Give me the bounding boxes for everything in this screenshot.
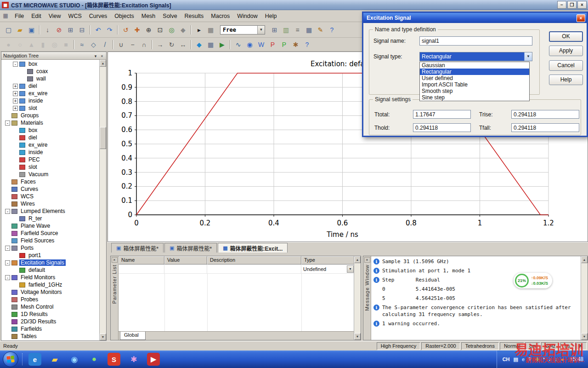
menu-edit[interactable]: Edit xyxy=(28,11,45,21)
help-button[interactable]: Help xyxy=(549,75,583,85)
perspective-icon[interactable]: ◆ xyxy=(177,24,189,35)
tree-item-inside[interactable]: inside xyxy=(1,149,99,156)
menu-help[interactable]: Help xyxy=(261,11,281,21)
menu-macros[interactable]: Macros xyxy=(207,11,233,21)
tfall-input[interactable] xyxy=(511,123,579,132)
collapse-icon[interactable]: - xyxy=(5,209,10,214)
optimizer-icon[interactable]: P xyxy=(278,39,290,50)
undo-icon[interactable]: ↶ xyxy=(92,24,104,35)
boolean-subtract-icon[interactable]: − xyxy=(127,39,138,50)
curve-tool-icon[interactable]: ≈ xyxy=(76,39,88,50)
history-list-icon[interactable]: ≡ xyxy=(292,24,303,35)
boolean-union-icon[interactable]: ∪ xyxy=(115,39,127,50)
copy-icon[interactable]: ⊞ xyxy=(65,24,76,35)
nav-tree-scrollbar[interactable]: ▲ ▼ xyxy=(99,60,106,340)
network-speed-widget[interactable]: 21% ↑0.09K/S ↓0.03K/S xyxy=(514,273,552,288)
brick-tool-icon[interactable]: ■ xyxy=(60,39,72,50)
sphere-tool-icon[interactable]: ● xyxy=(3,39,14,50)
reset-view-icon[interactable]: ◎ xyxy=(166,24,177,35)
menu-solve[interactable]: Solve xyxy=(159,11,181,21)
mesh-view-icon[interactable]: ▦ xyxy=(303,24,315,35)
boolean-intersect-icon[interactable]: ∩ xyxy=(138,39,150,50)
tree-item-faces[interactable]: Faces xyxy=(1,178,99,185)
param-value-cell[interactable] xyxy=(164,264,207,273)
combobox-arrow-icon[interactable]: ▼ xyxy=(257,26,265,34)
menu-view[interactable]: View xyxy=(45,11,65,21)
dropdown-option-rectangular[interactable]: Rectangular xyxy=(420,69,529,75)
tree-item-pec[interactable]: PEC xyxy=(1,156,99,163)
tab-global[interactable]: Global xyxy=(120,332,146,340)
signal-type-combobox[interactable]: Rectangular ▼ xyxy=(419,52,532,61)
stock-app-icon[interactable]: S xyxy=(107,353,120,366)
close-parameter-list-icon[interactable]: × xyxy=(112,257,118,263)
expand-icon[interactable]: + xyxy=(13,84,18,89)
save-project-icon[interactable]: ▣ xyxy=(26,24,37,35)
cancel-button[interactable]: Cancel xyxy=(549,60,583,71)
open-project-icon[interactable]: ▰ xyxy=(14,24,26,35)
paint-app-icon[interactable]: ✱ xyxy=(127,353,140,366)
torus-tool-icon[interactable]: ◎ xyxy=(49,39,60,50)
scroll-down-icon[interactable]: ▼ xyxy=(100,334,106,340)
menu-file[interactable]: File xyxy=(11,11,28,21)
ok-button[interactable]: OK xyxy=(549,31,583,42)
tree-item-diel[interactable]: +diel xyxy=(1,82,99,90)
close-button[interactable]: × xyxy=(577,1,587,9)
tab-3[interactable]: ▦箱体屏蔽性能:Excit... xyxy=(218,243,288,253)
farfield-toolbar-icon[interactable]: ◉ xyxy=(244,39,255,50)
param-type-cell[interactable]: Undefined ▼ xyxy=(301,264,354,273)
menu-mesh[interactable]: Mesh xyxy=(138,11,159,21)
tree-item-port1[interactable]: port1 xyxy=(1,252,99,259)
cylinder-tool-icon[interactable]: ▮ xyxy=(37,39,49,50)
pin-panel-icon[interactable]: ▾ xyxy=(92,53,99,59)
redo-icon[interactable]: ↷ xyxy=(104,24,115,35)
tree-item-lumped-elements[interactable]: -Lumped Elements xyxy=(1,207,99,215)
expand-icon[interactable]: + xyxy=(13,98,18,104)
material-library-icon[interactable]: ◆ xyxy=(193,39,205,50)
scroll-down-icon[interactable]: ▼ xyxy=(354,333,361,340)
green-app-icon[interactable]: ● xyxy=(88,353,101,366)
tree-item-1d-results[interactable]: 1D Results xyxy=(1,310,99,318)
close-panel-icon[interactable]: × xyxy=(99,53,105,59)
tree-item-r-ter[interactable]: R_ter xyxy=(1,215,99,222)
results-1d-toolbar-icon[interactable]: ∿ xyxy=(232,39,244,50)
message-scrollbar[interactable]: ▲ ▼ xyxy=(581,256,588,340)
tree-item-diel[interactable]: diel xyxy=(1,134,99,141)
apply-button[interactable]: Apply xyxy=(549,46,583,56)
tree-item-vacuum[interactable]: Vacuum xyxy=(1,171,99,178)
tree-item-materials[interactable]: -Materials xyxy=(1,119,99,126)
tree-item-slot[interactable]: +slot xyxy=(1,104,99,112)
polygon-tool-icon[interactable]: ◇ xyxy=(88,39,99,50)
properties-icon[interactable]: ✎ xyxy=(315,24,326,35)
browser-app-icon[interactable]: ◉ xyxy=(68,353,81,366)
dropdown-option-user-defined[interactable]: User defined xyxy=(420,75,529,81)
tree-item-box[interactable]: -box xyxy=(1,60,99,68)
www-icon[interactable]: W xyxy=(255,39,267,50)
expand-icon[interactable]: + xyxy=(13,91,18,96)
tab-2[interactable]: ▣箱体屏蔽性能* xyxy=(164,243,217,253)
ie-icon[interactable]: e xyxy=(28,353,41,366)
trise-input[interactable] xyxy=(511,110,579,119)
start-solver-icon[interactable]: ▶ xyxy=(216,39,228,50)
param-name-cell[interactable] xyxy=(119,264,164,273)
type-dropdown-icon[interactable]: ▼ xyxy=(347,265,354,273)
dialog-close-icon[interactable]: × xyxy=(577,14,585,22)
zoom-in-icon[interactable]: ⊕ xyxy=(143,24,154,35)
mouse-mode-combobox[interactable]: Free ▼ xyxy=(220,25,265,34)
ttotal-input[interactable] xyxy=(413,110,471,119)
tree-item-ex-wire[interactable]: ex_wire xyxy=(1,141,99,149)
collapse-icon[interactable]: - xyxy=(5,275,10,280)
pan-view-icon[interactable]: ✚ xyxy=(131,24,143,35)
translate-icon[interactable]: → xyxy=(154,39,166,50)
tree-item-ports[interactable]: -Ports xyxy=(1,244,99,252)
new-file-icon[interactable]: ▢ xyxy=(3,24,14,35)
tree-item-groups[interactable]: Groups xyxy=(1,112,99,119)
param-description-cell[interactable] xyxy=(207,264,301,273)
tree-item-farfield-1ghz[interactable]: farfield_1GHz xyxy=(1,281,99,288)
tree-item-curves[interactable]: Curves xyxy=(1,185,99,193)
line-tool-icon[interactable]: / xyxy=(99,39,111,50)
template-postprocessing-icon[interactable]: ✱ xyxy=(290,39,301,50)
param-scrollbar[interactable]: ▲ ▼ xyxy=(354,256,361,340)
maximize-button[interactable]: ❐ xyxy=(567,1,577,9)
scroll-up-icon[interactable]: ▲ xyxy=(100,60,106,67)
minimize-button[interactable]: − xyxy=(557,1,566,9)
